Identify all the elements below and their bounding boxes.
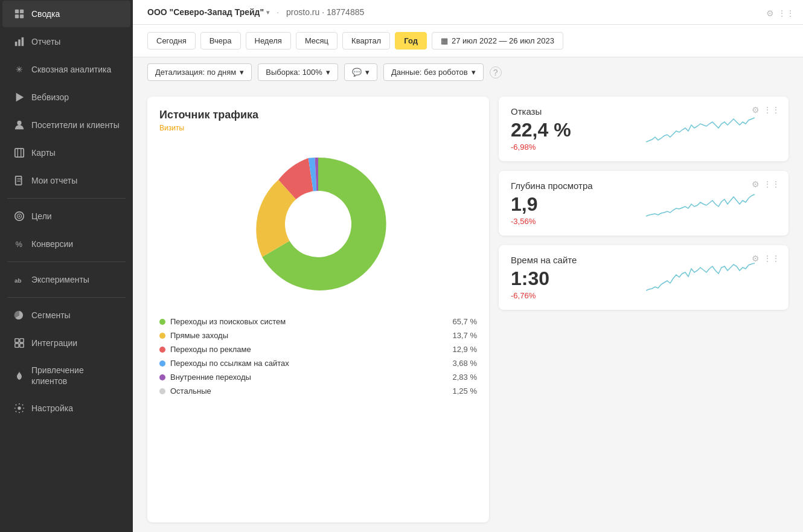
sidebar-item-segmenty[interactable]: Сегменты <box>2 302 130 328</box>
otkazы-grid-icon[interactable]: ⋮⋮ <box>763 105 780 115</box>
sidebar-item-svodka[interactable]: Сводка <box>2 1 130 27</box>
traffic-card-subtitle: Визиты <box>159 124 258 132</box>
traffic-legend: Переходы из поисковых систем 65,7 % Прям… <box>159 315 477 398</box>
sidebar-item-otchety[interactable]: Отчеты <box>2 28 130 55</box>
metric-card-otkazы: ⚙ ⋮⋮ Отказы 22,4 % -6,98% <box>499 97 789 161</box>
glubina-actions[interactable]: ⚙ ⋮⋮ <box>752 179 780 189</box>
svg-rect-10 <box>15 149 24 157</box>
metrics-column: ⚙ ⋮⋮ Отказы 22,4 % -6,98% ⚙ ⋮⋮ Глуби <box>499 97 789 522</box>
sidebar-label-skvoznaya: Сквозная аналитика <box>31 64 111 75</box>
company-selector[interactable]: ООО "Северо-Запад Трейд" ▾ <box>147 7 269 17</box>
svg-rect-21 <box>15 339 19 342</box>
sample-filter[interactable]: Выборка: 100% ▾ <box>258 63 338 81</box>
svg-text:✳: ✳ <box>16 65 23 74</box>
sidebar-item-konversii[interactable]: % Конверсии <box>2 231 130 257</box>
company-name: ООО "Северо-Запад Трейд" <box>147 7 264 17</box>
sidebar-label-karty: Карты <box>31 147 56 158</box>
vremya-grid-icon[interactable]: ⋮⋮ <box>763 254 780 263</box>
main-content: ООО "Северо-Запад Трейд" ▾ · prosto.ru ·… <box>133 0 803 532</box>
svg-rect-0 <box>15 10 19 13</box>
period-yesterday[interactable]: Вчера <box>200 32 241 50</box>
sidebar-item-moi-otchety[interactable]: Мои отчеты <box>2 167 130 194</box>
content-grid: Источник трафика Визиты ⚙ ⋮⋮ <box>133 87 803 532</box>
legend-dot-search <box>159 319 165 325</box>
legend-item-other: Остальные 1,25 % <box>159 384 477 398</box>
site-info: prosto.ru · 18774885 <box>286 7 364 17</box>
legend-label-other: Остальные <box>170 386 211 396</box>
puzzle-icon <box>13 337 25 349</box>
user-icon <box>13 119 25 131</box>
legend-label-links: Переходы по ссылкам на сайтах <box>170 359 289 368</box>
pie-chart-container <box>159 146 477 303</box>
dashboard-icon <box>13 8 25 20</box>
period-bar: Сегодня Вчера Неделя Месяц Квартал Год ▦… <box>133 25 803 57</box>
sidebar-item-posetiteli[interactable]: Посетители и клиенты <box>2 112 130 138</box>
date-range-button[interactable]: ▦ 27 июл 2022 — 26 июл 2023 <box>432 32 563 50</box>
sample-label: Выборка: 100% <box>266 68 322 77</box>
help-icon[interactable]: ? <box>490 66 502 79</box>
sidebar-label-konversii: Конверсии <box>31 239 73 249</box>
svg-rect-24 <box>20 344 24 347</box>
company-chevron: ▾ <box>266 9 269 16</box>
asterisk-icon: ✳ <box>13 63 25 75</box>
vremya-sparkline <box>646 261 755 294</box>
sidebar-item-webvisor[interactable]: Вебвизор <box>2 84 130 111</box>
traffic-card-actions[interactable]: ⚙ ⋮⋮ <box>766 8 795 18</box>
detail-chevron: ▾ <box>240 68 244 77</box>
traffic-source-card: Источник трафика Визиты ⚙ ⋮⋮ <box>147 97 489 522</box>
data-filter[interactable]: Данные: без роботов ▾ <box>383 63 484 81</box>
traffic-settings-icon[interactable]: ⚙ <box>766 8 774 18</box>
sidebar-item-nastroika[interactable]: Настройка <box>2 395 130 421</box>
play-icon <box>13 91 25 103</box>
file-icon <box>13 175 25 187</box>
filter-bar: Детализация: по дням ▾ Выборка: 100% ▾ 💬… <box>133 57 803 87</box>
legend-pct-other: 1,25 % <box>453 386 477 396</box>
period-month[interactable]: Месяц <box>296 32 338 50</box>
svg-rect-2 <box>15 14 19 18</box>
legend-label-direct: Прямые заходы <box>170 331 228 340</box>
legend-pct-ads: 12,9 % <box>453 345 477 354</box>
sidebar-label-tseli: Цели <box>31 211 52 222</box>
legend-dot-ads <box>159 347 165 353</box>
pie-chart <box>240 146 397 303</box>
sidebar-item-integracii[interactable]: Интеграции <box>2 330 130 356</box>
otkazы-sparkline <box>646 113 755 146</box>
svg-rect-22 <box>20 339 24 342</box>
sidebar-item-skvoznaya[interactable]: ✳ Сквозная аналитика <box>2 56 130 83</box>
period-quarter[interactable]: Квартал <box>342 32 390 50</box>
svg-rect-23 <box>15 344 19 347</box>
pie-center-hole <box>285 191 351 257</box>
svg-text:ab: ab <box>14 277 22 284</box>
legend-label-search: Переходы из поисковых систем <box>170 317 286 326</box>
vremya-actions[interactable]: ⚙ ⋮⋮ <box>752 254 780 263</box>
svg-rect-5 <box>18 39 21 46</box>
period-today[interactable]: Сегодня <box>147 32 196 50</box>
legend-label-ads: Переходы по рекламе <box>170 345 251 354</box>
legend-pct-direct: 13,7 % <box>453 331 477 340</box>
comments-filter[interactable]: 💬 ▾ <box>344 63 377 81</box>
glubina-grid-icon[interactable]: ⋮⋮ <box>763 179 780 189</box>
legend-dot-links <box>159 361 165 367</box>
period-year[interactable]: Год <box>395 32 427 50</box>
calendar-icon: ▦ <box>441 36 448 45</box>
legend-dot-direct <box>159 333 165 339</box>
sidebar-item-karty[interactable]: Карты <box>2 139 130 166</box>
sidebar-item-tseli[interactable]: Цели <box>2 203 130 229</box>
svg-rect-1 <box>20 10 24 13</box>
detail-label: Детализация: по дням <box>155 68 236 77</box>
traffic-card-title: Источник трафика <box>159 109 258 121</box>
period-week[interactable]: Неделя <box>246 32 291 50</box>
detail-filter[interactable]: Детализация: по дням ▾ <box>147 63 252 81</box>
legend-pct-search: 65,7 % <box>453 317 477 326</box>
gear-icon <box>13 402 25 414</box>
data-chevron: ▾ <box>472 68 476 77</box>
legend-item-internal: Внутренние переходы 2,83 % <box>159 370 477 384</box>
legend-pct-internal: 2,83 % <box>453 373 477 382</box>
sample-chevron: ▾ <box>326 68 330 77</box>
sidebar-label-webvisor: Вебвизор <box>31 92 69 103</box>
sidebar-item-eksperimenty[interactable]: ab Эксперименты <box>2 266 130 293</box>
legend-item-links: Переходы по ссылкам на сайтах 3,68 % <box>159 356 477 370</box>
sidebar-item-privlechenie[interactable]: Привлечение клиентов <box>2 357 130 394</box>
otkazы-actions[interactable]: ⚙ ⋮⋮ <box>752 105 780 115</box>
traffic-grid-icon[interactable]: ⋮⋮ <box>778 8 795 18</box>
